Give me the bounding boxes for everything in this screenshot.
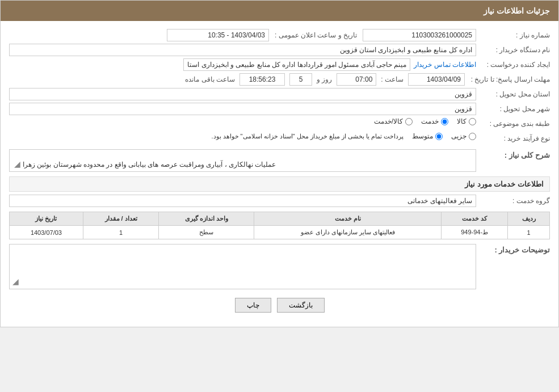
deadline-days: 5 xyxy=(289,73,312,86)
category-goods-service-label: کالا/خدمت xyxy=(374,117,403,125)
purchase-partial-item: جزیی xyxy=(451,132,476,140)
deadline-date: 1403/04/09 xyxy=(408,73,465,86)
category-row: طبقه بندی موضوعی : کالا خدمت کالا/خدمت xyxy=(9,117,550,130)
deadline-day-label: روز و xyxy=(317,75,332,83)
table-header-row: ردیفکد خدمتنام خدمتواحد اندازه گیریتعداد… xyxy=(10,212,550,226)
category-goods-radio[interactable] xyxy=(469,118,476,125)
service-group-label: گروه خدمت : xyxy=(476,195,550,207)
category-goods-service-item: کالا/خدمت xyxy=(374,117,413,125)
buyer-desc-label: توضیحات خریدار : xyxy=(476,244,550,256)
purchase-partial-radio[interactable] xyxy=(469,133,476,140)
purchase-type-label: نوع فرآیند خرید : xyxy=(476,132,550,145)
announce-date-label: تاریخ و ساعت اعلان عمومی : xyxy=(275,31,357,39)
services-section-header: اطلاعات خدمات مورد نیاز xyxy=(9,176,550,192)
city-row: شهر محل تحویل : قزوین xyxy=(9,103,550,115)
deadline-remain: 18:56:23 xyxy=(239,73,285,86)
creator-value: مینم حاجی آبادی مسئول امور قراردادها ادا… xyxy=(183,58,410,71)
button-row: بازگشت چاپ xyxy=(9,298,550,313)
buyer-org-value: اداره کل منابع طبیعی و ابخیزداری استان ق… xyxy=(9,44,476,56)
table-col-2: نام خدمت xyxy=(254,212,442,226)
need-number-value: 1103003261000025 xyxy=(363,29,476,41)
table-cell-0-2: فعالیتهای سایر سازمانهای دارای عضو xyxy=(254,226,442,239)
table-cell-0-4: 1 xyxy=(83,226,159,239)
deadline-remain-label: ساعت باقی مانده xyxy=(185,75,235,83)
table-col-4: تعداد / مقدار xyxy=(83,212,159,226)
table-cell-0-1: ط-94-949 xyxy=(442,226,508,239)
table-col-1: کد خدمت xyxy=(442,212,508,226)
table-cell-0-3: سطح xyxy=(159,226,254,239)
province-label: استان محل تحویل : xyxy=(476,88,550,100)
province-value: قزوین xyxy=(9,88,476,100)
announce-date-value: 1403/04/03 - 10:35 xyxy=(167,29,269,41)
page-wrapper: جزئیات اطلاعات نیاز شماره نیاز : 1103003… xyxy=(0,0,559,327)
table-row: 1ط-94-949فعالیتهای سایر سازمانهای دارای … xyxy=(10,226,550,239)
back-button[interactable]: بازگشت xyxy=(277,298,325,313)
deadline-label: مهلت ارسال پاسخ: تا تاریخ : xyxy=(465,73,550,86)
need-number-label: شماره نیاز : xyxy=(476,29,550,41)
resize-icon: ◢ xyxy=(14,159,20,168)
purchase-type-row: نوع فرآیند خرید : جزیی متوسط پرداخت تمام… xyxy=(9,132,550,145)
need-number-row: شماره نیاز : 1103003261000025 تاریخ و سا… xyxy=(9,29,550,41)
purchase-note: پرداخت تمام یا بخشی از مبلغ خریداز محل "… xyxy=(211,133,404,140)
creator-contact-link[interactable]: اطلاعات تماس خریدار xyxy=(414,61,476,69)
creator-label: ایجاد کننده درخواست : xyxy=(476,58,550,71)
table-cell-0-5: 1403/07/03 xyxy=(10,226,83,239)
category-goods-label: کالا xyxy=(457,117,466,125)
buyer-org-label: نام دستگاه خریدار : xyxy=(476,44,550,56)
description-value: عملیات نهالکاری ، آبیاری ومراقبت عرصه ها… xyxy=(23,161,276,168)
table-header: ردیفکد خدمتنام خدمتواحد اندازه گیریتعداد… xyxy=(10,212,550,226)
table-col-5: تاریخ نیاز xyxy=(10,212,83,226)
category-service-item: خدمت xyxy=(421,117,448,125)
purchase-medium-item: متوسط xyxy=(412,132,443,140)
content-area: شماره نیاز : 1103003261000025 تاریخ و سا… xyxy=(1,21,558,327)
buyer-desc-row: توضیحات خریدار : ◢ xyxy=(9,244,550,289)
creator-row: ایجاد کننده درخواست : اطلاعات تماس خریدا… xyxy=(9,58,550,71)
purchase-type-radio-group: جزیی متوسط xyxy=(412,132,476,140)
table-col-0: ردیف xyxy=(508,212,550,226)
description-label: شرح کلی نیاز : xyxy=(476,149,550,162)
buyer-org-row: نام دستگاه خریدار : اداره کل منابع طبیعی… xyxy=(9,44,550,56)
category-label: طبقه بندی موضوعی : xyxy=(476,117,550,130)
table-body: 1ط-94-949فعالیتهای سایر سازمانهای دارای … xyxy=(10,226,550,239)
service-group-row: گروه خدمت : سایر فعالیتهای خدماتی xyxy=(9,195,550,207)
table-cell-0-0: 1 xyxy=(508,226,550,239)
purchase-medium-label: متوسط xyxy=(412,132,433,140)
category-goods-item: کالا xyxy=(457,117,476,125)
service-group-value: سایر فعالیتهای خدماتی xyxy=(9,195,476,207)
services-table: ردیفکد خدمتنام خدمتواحد اندازه گیریتعداد… xyxy=(9,212,550,239)
category-goods-service-radio[interactable] xyxy=(405,118,413,125)
city-label: شهر محل تحویل : xyxy=(476,103,550,115)
category-service-label: خدمت xyxy=(421,117,439,125)
category-service-radio[interactable] xyxy=(441,118,448,125)
purchase-partial-label: جزیی xyxy=(451,132,466,140)
category-radio-group: کالا خدمت کالا/خدمت xyxy=(9,117,476,125)
deadline-row: مهلت ارسال پاسخ: تا تاریخ : 1403/04/09 س… xyxy=(9,73,550,86)
services-table-section: ردیفکد خدمتنام خدمتواحد اندازه گیریتعداد… xyxy=(9,212,550,239)
province-row: استان محل تحویل : قزوین xyxy=(9,88,550,100)
table-col-3: واحد اندازه گیری xyxy=(159,212,254,226)
description-section-header: شرح کلی نیاز : عملیات نهالکاری ، آبیاری … xyxy=(9,149,550,172)
page-title: جزئیات اطلاعات نیاز xyxy=(484,6,550,15)
deadline-time-label: ساعت : xyxy=(381,75,404,83)
deadline-time: 07:00 xyxy=(337,73,376,86)
purchase-medium-radio[interactable] xyxy=(435,133,443,140)
page-header: جزئیات اطلاعات نیاز xyxy=(1,1,558,21)
resize-icon-2: ◢ xyxy=(12,277,19,286)
print-button[interactable]: چاپ xyxy=(235,298,271,313)
city-value: قزوین xyxy=(9,103,476,115)
